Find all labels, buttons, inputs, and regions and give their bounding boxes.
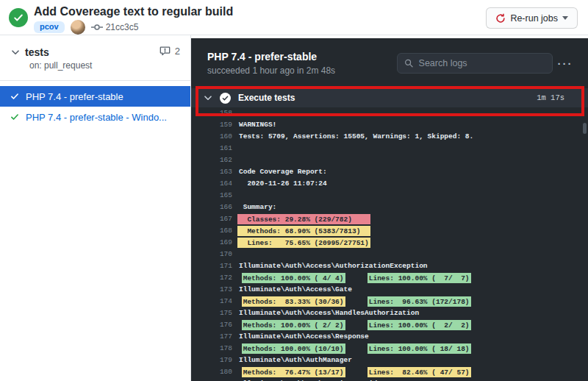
log-line-number[interactable]: 172 xyxy=(191,272,232,284)
chevron-down-icon xyxy=(204,96,212,101)
log-line: 162 xyxy=(191,154,588,166)
log-line-number[interactable]: 177 xyxy=(191,331,232,343)
log-line: 175Illuminate\Auth\Access\HandlesAuthori… xyxy=(191,307,588,319)
log-line-number[interactable]: 169 xyxy=(191,237,232,249)
check-icon xyxy=(10,113,19,121)
log-line-number[interactable]: 179 xyxy=(191,355,232,366)
log-line-number[interactable]: 171 xyxy=(191,260,232,272)
log-line-number[interactable]: 167 xyxy=(191,213,232,225)
step-success-icon xyxy=(220,93,231,104)
log-options-kebab-icon[interactable]: ··· xyxy=(553,57,578,70)
log-line: 168 Methods: 68.90% (5383/7813) xyxy=(191,225,588,237)
scrollbar-thumb[interactable] xyxy=(583,123,587,134)
log-line: 173Illuminate\Auth\Access\Gate xyxy=(191,284,588,296)
log-line-content: Illuminate\Auth\AuthManager xyxy=(239,356,352,364)
log-line: 171Illuminate\Auth\Access\AuthorizationE… xyxy=(191,260,588,272)
log-line: 181Illuminate\Auth\AuthServiceProvider xyxy=(191,378,588,381)
log-line-content: Code Coverage Report: xyxy=(239,168,327,176)
log-line: 158 xyxy=(191,107,588,119)
log-line-content: Illuminate\Auth\Access\AuthorizationExce… xyxy=(239,262,428,270)
step-execute-tests[interactable]: Execute tests 1m 17s xyxy=(191,88,588,107)
log-line: 163Code Coverage Report: xyxy=(191,166,588,178)
search-logs-input[interactable] xyxy=(419,58,545,68)
job-label: PHP 7.4 - prefer-stable xyxy=(26,91,123,102)
log-line-content: Methods: 100.00% (10/10) Lines: 100.00% … xyxy=(239,344,470,352)
log-line-content: Methods: 76.47% (13/17) Lines: 82.46% ( … xyxy=(239,368,470,376)
log-line-number[interactable]: 161 xyxy=(191,143,232,154)
log-line-number[interactable]: 178 xyxy=(191,343,232,355)
log-line: 177Illuminate\Auth\Access\Response xyxy=(191,331,588,343)
log-line: 179Illuminate\Auth\AuthManager xyxy=(191,355,588,366)
log-line-number[interactable]: 180 xyxy=(191,366,232,378)
log-line-number[interactable]: 164 xyxy=(191,178,232,190)
log-line-content: Methods: 100.00% ( 2/ 2) Lines: 100.00% … xyxy=(239,321,470,329)
rerun-jobs-label: Re-run jobs xyxy=(510,13,558,24)
run-header: Add Covereage text to regular build pcov… xyxy=(0,0,588,35)
job-status-line: succeeded 1 hour ago in 2m 48s xyxy=(207,65,335,76)
log-line-number[interactable]: 170 xyxy=(191,249,232,260)
log-line-content: Classes: 29.28% (229/782) xyxy=(239,215,369,223)
log-line-number[interactable]: 163 xyxy=(191,166,232,178)
rerun-jobs-button[interactable]: Re-run jobs xyxy=(486,7,578,29)
log-line: 161 xyxy=(191,143,588,154)
log-line-number[interactable]: 159 xyxy=(191,119,232,131)
author-avatar[interactable] xyxy=(71,20,85,35)
log-line: 174 Methods: 83.33% (30/36) Lines: 96.63… xyxy=(191,296,588,307)
job-heading: PHP 7.4 - prefer-stable succeeded 1 hour… xyxy=(207,51,335,76)
commit-ref[interactable]: 21cc3c5 xyxy=(91,22,139,32)
step-duration: 1m 17s xyxy=(537,93,564,102)
workflow-header[interactable]: tests 2 on: pull_request xyxy=(0,35,190,81)
log-line-content: Tests: 5709, Assertions: 15505, Warnings… xyxy=(239,132,473,140)
dropdown-caret-icon xyxy=(562,16,568,20)
check-icon xyxy=(222,95,229,102)
log-line-content: Illuminate\Auth\Access\Response xyxy=(239,332,369,341)
log-line-content: 2020-11-26 11:07:24 xyxy=(239,179,327,188)
log-line: 180 Methods: 76.47% (13/17) Lines: 82.46… xyxy=(191,366,588,378)
log-line: 170 xyxy=(191,249,588,260)
log-line-number[interactable]: 165 xyxy=(191,190,232,202)
log-line-number[interactable]: 181 xyxy=(191,378,232,381)
log-line-number[interactable]: 173 xyxy=(191,284,232,296)
log-line: 167 Classes: 29.28% (229/782) xyxy=(191,213,588,225)
log-line: 159WARNINGS! xyxy=(191,119,588,131)
job-label: PHP 7.4 - prefer-stable - Windo... xyxy=(26,112,167,123)
log-line-number[interactable]: 158 xyxy=(191,107,232,119)
log-line: 164 2020-11-26 11:07:24 xyxy=(191,178,588,190)
log-line-number[interactable]: 174 xyxy=(191,296,232,307)
chevron-down-icon xyxy=(12,50,19,55)
log-line-content: Summary: xyxy=(239,203,276,211)
annotation-count: 2 xyxy=(175,46,180,57)
log-line-content: Methods: 100.00% ( 4/ 4) Lines: 100.00% … xyxy=(239,274,470,282)
workflow-badge[interactable]: pcov xyxy=(34,21,65,33)
log-line: 166 Summary: xyxy=(191,202,588,213)
job-title: PHP 7.4 - prefer-stable xyxy=(207,51,335,63)
commit-sha: 21cc3c5 xyxy=(106,22,139,32)
log-line-number[interactable]: 160 xyxy=(191,131,232,143)
log-line: 169 Lines: 75.65% (20995/27751) xyxy=(191,237,588,249)
log-line-number[interactable]: 166 xyxy=(191,202,232,213)
log-line-number[interactable]: 176 xyxy=(191,319,232,331)
log-panel-header: PHP 7.4 - prefer-stable succeeded 1 hour… xyxy=(191,38,588,88)
job-list: PHP 7.4 - prefer-stablePHP 7.4 - prefer-… xyxy=(0,86,190,127)
workflow-name: tests xyxy=(25,46,49,58)
sidebar-job-item[interactable]: PHP 7.4 - prefer-stable xyxy=(0,86,190,107)
git-commit-icon xyxy=(91,22,103,32)
run-success-icon xyxy=(9,8,28,27)
log-line-content: WARNINGS! xyxy=(239,121,276,129)
annotation-comment-icon xyxy=(159,46,171,57)
log-line-number[interactable]: 162 xyxy=(191,154,232,166)
run-title: Add Covereage text to regular build xyxy=(34,5,233,18)
search-logs-box[interactable] xyxy=(397,53,553,74)
log-line-number[interactable]: 168 xyxy=(191,225,232,237)
jobs-sidebar: tests 2 on: pull_request PHP 7.4 - prefe… xyxy=(0,35,191,381)
annotations-badge[interactable]: 2 xyxy=(159,46,180,57)
sidebar-job-item[interactable]: PHP 7.4 - prefer-stable - Windo... xyxy=(0,107,190,127)
log-line-content: Lines: 75.65% (20995/27751) xyxy=(239,238,369,246)
check-icon xyxy=(13,13,24,23)
sync-icon xyxy=(495,13,506,24)
log-line-content: Methods: 68.90% (5383/7813) xyxy=(239,227,369,235)
check-icon xyxy=(10,92,19,101)
workflow-trigger: on: pull_request xyxy=(29,60,179,71)
log-line-number[interactable]: 175 xyxy=(191,307,232,319)
log-line: 172 Methods: 100.00% ( 4/ 4) Lines: 100.… xyxy=(191,272,588,284)
